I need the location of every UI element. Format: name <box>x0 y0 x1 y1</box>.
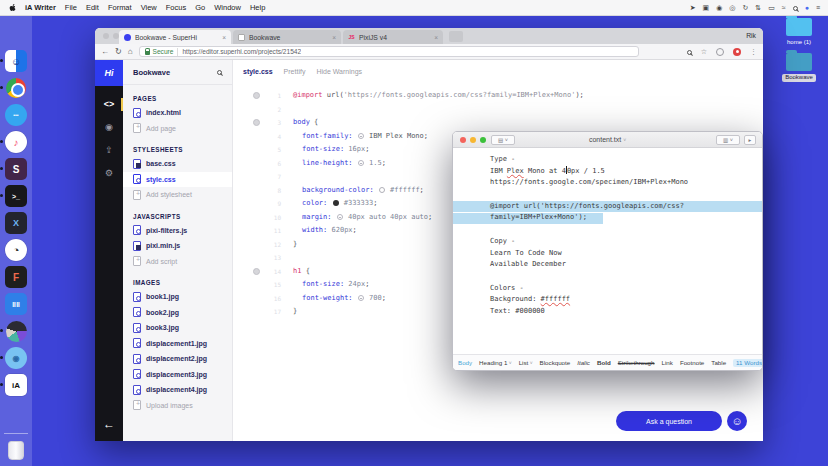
format-heading-1[interactable]: Heading 1 ˅ <box>479 359 512 366</box>
record-icon[interactable]: ◉ <box>716 4 722 11</box>
minus-widget-icon[interactable] <box>358 160 364 166</box>
writer-title-bar[interactable]: content.txt ˅ ▤ ˅ ▥ ˅ ▸ <box>453 132 762 148</box>
sidebar-file-base.css[interactable]: base.css <box>123 156 232 172</box>
menu-item-view[interactable]: View <box>141 3 157 12</box>
sidebar-add-button[interactable]: Add script <box>123 254 232 270</box>
window-close-button[interactable] <box>103 33 109 39</box>
clock-app-icon[interactable]: ◔ <box>5 239 27 261</box>
sidebar-file-pixi.min.js[interactable]: pixi.min.js <box>123 238 232 254</box>
fold-toggle-icon[interactable] <box>253 92 260 99</box>
sidebar-file-displacement1.jpg[interactable]: displacement1.jpg <box>123 336 232 352</box>
sidebar-file-displacement3.jpg[interactable]: displacement3.jpg <box>123 367 232 383</box>
reload-icon[interactable]: ↻ <box>115 48 122 56</box>
superhi-logo[interactable]: Hi <box>95 60 123 86</box>
menu-item-focus[interactable]: Focus <box>166 3 186 12</box>
menu-item-format[interactable]: Format <box>108 3 132 12</box>
format-link[interactable]: Link <box>662 359 673 366</box>
wifi-icon[interactable]: ≈ <box>782 4 786 11</box>
paint-app-icon[interactable] <box>5 320 27 342</box>
format-blockquote[interactable]: Blockquote <box>540 359 571 366</box>
format-footnote[interactable]: Footnote <box>680 359 704 366</box>
ia-writer-icon[interactable]: iA <box>5 374 27 396</box>
menu-list-icon[interactable]: ≡ <box>816 4 820 11</box>
format-italic[interactable]: Italic <box>577 359 590 366</box>
updown-icon[interactable]: ⇅ <box>755 4 761 11</box>
browser-tab-3[interactable]: JSPixiJS v4× <box>343 30 443 44</box>
monitor-icon[interactable]: ▭ <box>768 4 775 11</box>
desktop-folder-bookwave[interactable]: Bookwave <box>776 53 822 82</box>
minus-widget-icon[interactable] <box>358 133 364 139</box>
sidebar-add-button[interactable]: Add stylesheet <box>123 187 232 203</box>
writer-text-area[interactable]: Type -IBM Plex Mono at 40px / 1.5https:/… <box>453 148 762 355</box>
figma-icon[interactable]: F <box>5 266 27 288</box>
sidebar-file-pixi-filters.js[interactable]: pixi-filters.js <box>123 223 232 239</box>
settings-gear-icon[interactable]: ⚙ <box>95 169 123 178</box>
word-count-badge[interactable]: 11 Words ˅ <box>733 359 763 367</box>
bswatch-widget-icon[interactable] <box>333 200 339 206</box>
extension-icon[interactable] <box>716 48 724 56</box>
writer-stats-button[interactable]: ▥ ˅ <box>716 135 740 145</box>
bookmark-star-icon[interactable]: ☆ <box>701 48 707 55</box>
tab-close-icon[interactable]: × <box>222 34 226 41</box>
format-body[interactable]: Body <box>458 359 472 366</box>
sidebar-file-style.css[interactable]: style.css <box>123 172 232 188</box>
finder-icon[interactable]: ☺ <box>5 50 27 72</box>
writer-preview-button[interactable]: ▸ <box>744 135 756 145</box>
format-strikethrough[interactable]: Strikethrough <box>618 359 655 366</box>
music-icon[interactable]: ♪ <box>5 131 27 153</box>
prettify-button[interactable]: Prettify <box>284 68 306 75</box>
apple-logo-icon[interactable] <box>8 3 17 12</box>
desktop-folder-home[interactable]: home (1) <box>776 18 822 47</box>
browser-profile-name[interactable]: Rik <box>746 32 756 39</box>
sidebar-file-book1.jpg[interactable]: book1.jpg <box>123 289 232 305</box>
terminal-icon[interactable]: >_ <box>5 185 27 207</box>
sidebar-file-book3.jpg[interactable]: book3.jpg <box>123 320 232 336</box>
address-bar[interactable]: Secure https://editor.superhi.com/projec… <box>139 46 639 57</box>
browser-tab-1[interactable]: Bookwave - SuperHi× <box>119 30 231 44</box>
sidebar-add-button[interactable]: Add page <box>123 121 232 137</box>
browser-menu-icon[interactable]: ⋮ <box>750 48 757 55</box>
menu-item-edit[interactable]: Edit <box>86 3 99 12</box>
messages-icon[interactable]: ••• <box>5 104 27 126</box>
share-upload-icon[interactable]: ⇪ <box>95 146 123 155</box>
hide-warnings-button[interactable]: Hide Warnings <box>316 68 362 75</box>
location-icon[interactable]: ➤ <box>690 4 696 11</box>
sidebar-file-displacement2.jpg[interactable]: displacement2.jpg <box>123 351 232 367</box>
tab-close-icon[interactable]: × <box>434 34 438 41</box>
bird-app-icon[interactable]: ◉ <box>5 347 27 369</box>
home-icon[interactable]: ⌂ <box>128 48 133 56</box>
writer-library-button[interactable]: ▤ ˅ <box>491 135 515 145</box>
search-icon[interactable] <box>793 4 798 11</box>
format-bold[interactable]: Bold <box>597 359 611 366</box>
menu-app-name[interactable]: iA Writer <box>25 3 56 12</box>
minus-widget-icon[interactable] <box>358 295 364 301</box>
minus-widget-icon[interactable] <box>337 214 343 220</box>
preview-eye-icon[interactable]: ◉ <box>95 123 123 132</box>
chrome-icon[interactable] <box>5 77 27 99</box>
menu-item-go[interactable]: Go <box>195 3 205 12</box>
sidebar-search-icon[interactable] <box>217 70 222 75</box>
menu-item-file[interactable]: File <box>65 3 77 12</box>
extension-record-icon[interactable] <box>733 48 741 56</box>
back-icon[interactable]: ← <box>101 48 109 56</box>
code-view-icon[interactable]: <> <box>95 100 123 109</box>
accounts-icon[interactable]: ◎ <box>729 4 735 11</box>
back-to-dashboard-icon[interactable]: ← <box>95 417 123 431</box>
display-icon[interactable]: ▣ <box>703 4 710 11</box>
sync-icon[interactable]: ↻ <box>742 4 748 11</box>
format-list[interactable]: List ˅ <box>519 359 533 366</box>
tab-close-icon[interactable]: × <box>332 34 336 41</box>
fold-toggle-icon[interactable] <box>253 268 260 275</box>
browser-tab-2[interactable]: Bookwave× <box>233 30 341 44</box>
sidebar-add-button[interactable]: Upload images <box>123 398 232 414</box>
stripes-app-icon[interactable]: ‖‖ <box>5 293 27 315</box>
format-table[interactable]: Table <box>711 359 726 366</box>
help-smiley-button[interactable]: ☺ <box>727 411 747 431</box>
new-tab-button[interactable] <box>449 31 463 42</box>
siri-icon[interactable]: ● <box>805 4 809 11</box>
slack-icon[interactable]: S <box>5 158 27 180</box>
menu-item-window[interactable]: Window <box>214 3 241 12</box>
ask-question-button[interactable]: Ask a question <box>616 411 722 431</box>
sidebar-file-book2.jpg[interactable]: book2.jpg <box>123 305 232 321</box>
omnibox-search-icon[interactable] <box>687 48 692 55</box>
